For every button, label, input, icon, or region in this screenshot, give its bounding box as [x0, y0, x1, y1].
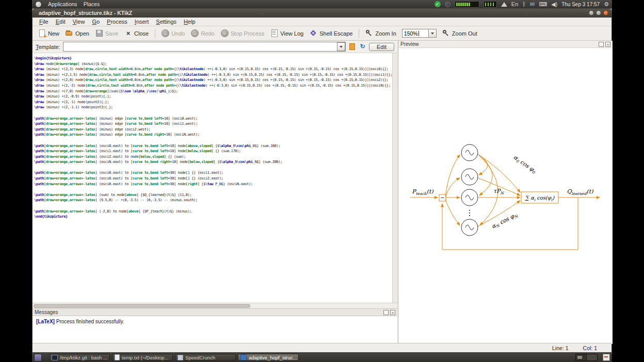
editor-pane: Template: ↻ Edit \begin{tikzpicture}\dra…	[33, 41, 397, 344]
notes-applet-icon[interactable]	[603, 354, 610, 361]
code-line[interactable]: \path[draw=orange,arrows=-latex] (osciN.…	[34, 159, 392, 165]
show-desktop-icon[interactable]	[34, 354, 42, 361]
scrollbar-thumb[interactable]	[34, 304, 250, 308]
code-line[interactable]: \path[draw=orange,arrows=-latex] (osci2.…	[34, 154, 392, 160]
keyboard-icon[interactable]: ⌨	[539, 0, 547, 8]
workspace-switcher	[575, 354, 598, 361]
edit-template-button[interactable]: Edit	[369, 43, 394, 51]
menu-edit[interactable]: Edit	[52, 18, 69, 25]
network-globe-icon[interactable]	[445, 2, 450, 7]
stop-process-button[interactable]: –Stop Process	[218, 28, 267, 38]
window-title: adaptive_hopf_structure.tikz - KTikZ	[39, 10, 132, 16]
zoom-level-input[interactable]: 150%	[402, 29, 428, 38]
volume-icon[interactable]: ◀)	[551, 0, 557, 8]
mail-icon[interactable]: ✉	[530, 0, 535, 8]
code-line[interactable]: \draw (minus) +(2,1.5) node[draw,circle,…	[34, 72, 392, 78]
code-line[interactable]	[34, 165, 392, 171]
places-menu[interactable]: Places	[84, 1, 100, 7]
undo-button[interactable]: ←Undo	[159, 28, 187, 38]
menu-help[interactable]: Help	[180, 18, 199, 25]
code-line[interactable]: \draw (minus) +(2,3) node[draw,circle,te…	[34, 67, 392, 72]
close-pane-icon[interactable]: ×	[390, 310, 395, 315]
reload-template-icon[interactable]: ↻	[359, 43, 366, 51]
zoom-combo-arrow[interactable]	[428, 29, 437, 38]
close-button[interactable]	[603, 10, 608, 15]
close-pane-icon[interactable]: ×	[605, 42, 610, 47]
detach-pane-icon[interactable]	[383, 310, 389, 315]
clock[interactable]: Thu Sep 3 17:57	[561, 2, 600, 7]
keyboard-layout-indicator[interactable]: En	[511, 0, 518, 8]
menu-process[interactable]: Process	[103, 18, 131, 25]
workspace-1[interactable]	[576, 354, 587, 360]
menu-settings[interactable]: Settings	[152, 18, 180, 25]
code-line[interactable]	[34, 203, 392, 209]
minimize-button[interactable]	[589, 10, 594, 15]
menu-insert[interactable]: Insert	[131, 18, 153, 25]
redo-button[interactable]: →Redo	[188, 28, 217, 38]
open-button[interactable]: Open	[63, 28, 92, 38]
code-line[interactable]: \path[draw=orange,arrows=-latex] (sum) t…	[34, 192, 392, 198]
code-line[interactable]: \path[draw=orange,arrows=-latex] (-2,0) …	[34, 209, 392, 215]
session-gear-icon[interactable]: ⚙	[604, 0, 609, 8]
detach-pane-icon[interactable]	[599, 42, 604, 47]
code-line[interactable]: \draw (minus) +(2,-2) node[draw,circle,t…	[34, 83, 392, 89]
menu-go[interactable]: Go	[88, 18, 103, 25]
code-line[interactable]: \path[draw=orange,arrows=-latex] (minus)…	[34, 116, 392, 122]
choose-template-icon[interactable]	[349, 43, 355, 50]
editor-horizontal-scrollbar[interactable]	[33, 303, 397, 308]
code-line[interactable]: \path[draw=orange,arrows=-latex] (minus)…	[34, 121, 392, 127]
code-line[interactable]: \path[draw=orange,arrows=-latex] (9.5,0)…	[34, 198, 392, 203]
menu-file[interactable]: File	[36, 18, 52, 25]
maximize-button[interactable]	[596, 10, 601, 15]
code-line[interactable]: \path[draw=orange,arrows=-latex] (osci1.…	[34, 149, 392, 154]
taskbar-item-ktikz[interactable]: adaptive_hopf_struc...	[238, 354, 299, 361]
wifi-icon[interactable]	[501, 2, 507, 7]
distro-logo-icon[interactable]	[35, 1, 42, 8]
applications-menu[interactable]: Applications	[48, 1, 77, 7]
template-combo[interactable]	[63, 42, 346, 52]
code-line[interactable]: \draw (minus) +(2,-1.1) node(point3){.};	[34, 105, 392, 110]
battery-meter[interactable]	[455, 1, 479, 8]
code-line[interactable]: \begin{tikzpicture}	[34, 56, 392, 61]
code-line[interactable]	[34, 110, 392, 116]
bluetooth-icon[interactable]: ᛒ	[522, 0, 526, 8]
save-disk-icon	[95, 29, 103, 37]
code-line[interactable]: \path[draw=orange,arrows=-latex] (minus)…	[34, 127, 392, 133]
save-button[interactable]: Save	[93, 28, 121, 38]
taskbar-item-speedcrunch[interactable]: SpeedCrunch	[175, 354, 236, 361]
code-line[interactable]: \draw node[draw=orange] (minus){$-$};	[34, 61, 392, 67]
template-combo-arrow[interactable]	[337, 42, 345, 51]
zoom-in-button[interactable]: Zoom In	[363, 28, 398, 38]
titlebar[interactable]: adaptive_hopf_structure.tikz - KTikZ	[33, 9, 611, 18]
code-line[interactable]: \path[draw=orange,arrows=-latex] (osci0.…	[34, 176, 392, 182]
cpu-meter[interactable]	[484, 1, 497, 8]
code-line[interactable]: \draw (minus) +(2,-0.9) node(point){.};	[34, 94, 392, 100]
editor-vertical-scrollbar[interactable]	[392, 53, 397, 303]
workspace-2[interactable]	[587, 354, 597, 360]
close-file-button[interactable]: ×Close	[122, 28, 151, 38]
taskbar-item-terminal[interactable]: /tmp/ktikz.git : bash ...	[49, 354, 110, 361]
new-button[interactable]: New	[36, 28, 62, 38]
zoom-out-button[interactable]: Zoom Out	[440, 28, 480, 38]
menu-view[interactable]: View	[69, 18, 89, 25]
code-line[interactable]	[34, 138, 392, 143]
window-controls	[589, 10, 608, 15]
taskbar-item-textfile[interactable]: temp.txt (~/Desktop...	[112, 354, 173, 361]
view-log-button[interactable]: View Log	[268, 28, 306, 38]
code-line[interactable]: \path[draw=orange,arrows=-latex] (osci0.…	[34, 170, 392, 176]
cursor-line-indicator: Line: 1	[552, 345, 569, 351]
shell-escape-button[interactable]: Shell Escape	[307, 28, 355, 38]
code-line[interactable]: \path[draw=orange,arrows=-latex] (osci0.…	[34, 143, 392, 149]
code-line[interactable]: \draw (minus) +(2,-1) node(point2){.};	[34, 100, 392, 105]
code-line[interactable]: \path[draw=orange,arrows=-latex] (osci0.…	[34, 182, 392, 187]
stop-icon: –	[221, 29, 229, 37]
template-combo-value[interactable]	[63, 42, 337, 51]
code-line[interactable]	[34, 187, 392, 192]
code-line[interactable]: \draw (minus) +(7,0) node[draw=orange](s…	[34, 89, 392, 94]
code-line[interactable]: \path[draw=orange,arrows=-latex] (minus)…	[34, 132, 392, 138]
code-line[interactable]: \end{tikzpicture}	[34, 214, 392, 220]
code-editor[interactable]: \begin{tikzpicture}\draw node[draw=orang…	[33, 53, 392, 303]
code-line[interactable]: \draw (minus) +(2,0) node[draw,circle,te…	[34, 77, 392, 83]
cursor-col-indicator: Col: 1	[583, 345, 597, 351]
updates-ok-icon[interactable]: ✓	[434, 1, 441, 7]
